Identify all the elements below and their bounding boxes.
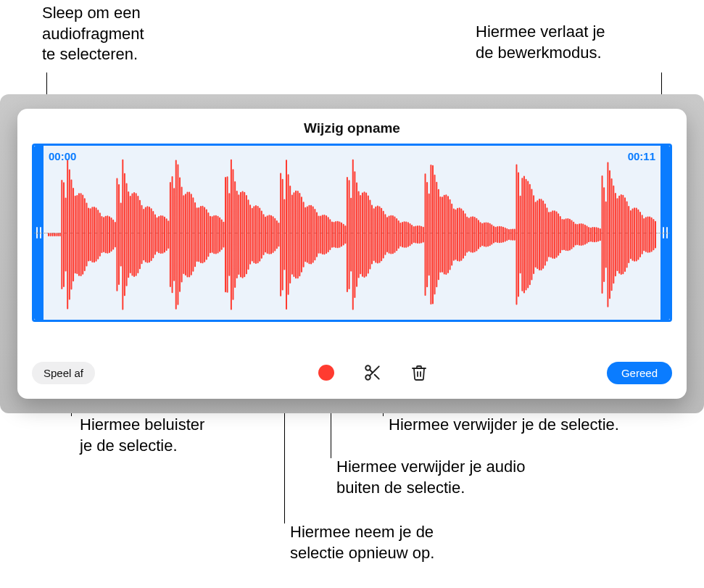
center-tools	[147, 360, 598, 386]
delete-button[interactable]	[405, 360, 434, 386]
waveform-svg	[45, 146, 659, 322]
waveform-container: 00:00 00:11	[17, 144, 687, 349]
toolbar: Speel af	[17, 349, 687, 399]
callout-exit-edit: Hiermee verlaat je de bewerkmodus.	[476, 22, 605, 63]
panel-title: Wijzig opname	[17, 109, 687, 144]
callout-listen: Hiermee beluister je de selectie.	[80, 415, 204, 456]
svg-line-3	[375, 375, 379, 379]
trash-icon	[410, 364, 428, 381]
edit-recording-panel: Wijzig opname 00:00 00:11 Speel af	[17, 109, 687, 399]
svg-line-4	[370, 370, 373, 373]
callout-delete-selection: Hiermee verwijder je de selectie.	[389, 415, 619, 436]
callout-drag-select: Sleep om een audiofragment te selecteren…	[42, 3, 144, 65]
trim-button[interactable]	[358, 360, 387, 386]
record-icon	[318, 365, 334, 381]
callout-trim-outside: Hiermee verwijder je audio buiten de sel…	[336, 457, 525, 498]
waveform-selection[interactable]: 00:00 00:11	[32, 144, 672, 322]
record-button[interactable]	[312, 360, 341, 386]
scissors-icon	[363, 363, 382, 382]
callout-rerecord: Hiermee neem je de selectie opnieuw op.	[290, 522, 434, 563]
play-button[interactable]: Speel af	[32, 362, 95, 384]
done-button[interactable]: Gereed	[607, 362, 672, 384]
